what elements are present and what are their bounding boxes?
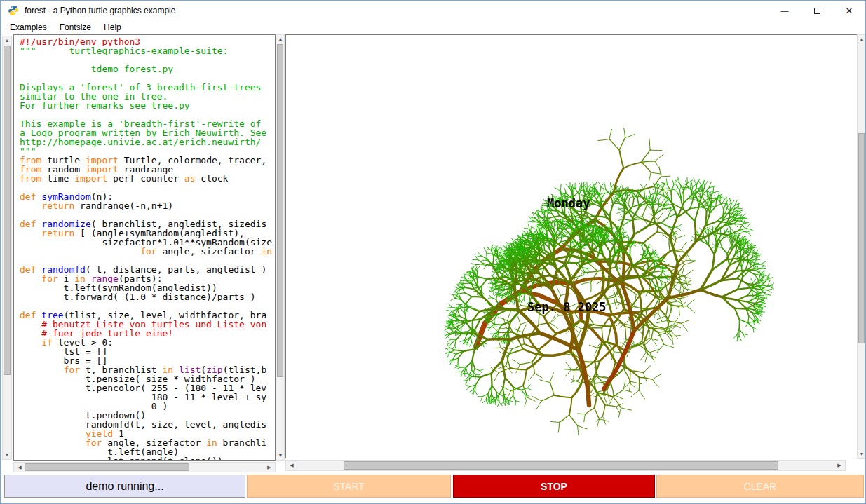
- scroll-left-icon[interactable]: ◀: [15, 463, 24, 472]
- text-vscrollbar[interactable]: ▲ ▼: [276, 34, 285, 461]
- code-line: t.left(symRandom(angledist)): [20, 283, 275, 292]
- code-line: def randomize( branchlist, angledist, si…: [20, 219, 275, 229]
- text-hscrollbar[interactable]: ◀ ▶: [13, 462, 276, 472]
- scroll-down-icon[interactable]: ▼: [276, 451, 285, 460]
- canvas-label-date: Sep. 8 2025: [527, 301, 607, 313]
- code-line: """: [20, 147, 275, 156]
- status-label: demo running...: [4, 475, 245, 498]
- scroll-left-icon[interactable]: ◀: [287, 461, 296, 470]
- scroll-up-icon[interactable]: ▲: [3, 36, 11, 45]
- code-line: http://homepage.univie.ac.at/erich.neuwi…: [20, 137, 275, 147]
- canvas-vscrollbar[interactable]: ▲ ▼: [857, 34, 866, 459]
- code-line: t.forward( (1.0 * distance)/parts ): [20, 292, 275, 301]
- code-line: [20, 301, 275, 311]
- code-line: For further remarks see tree.py: [20, 101, 275, 110]
- menu-help[interactable]: Help: [97, 21, 128, 34]
- scroll-down-icon[interactable]: ▼: [3, 451, 11, 459]
- code-line: [20, 256, 275, 265]
- app-window: forest - a Python turtle graphics exampl…: [0, 0, 866, 504]
- canvas-hscrollbar[interactable]: ◀ ▶: [285, 460, 846, 471]
- scroll-up-icon[interactable]: ▲: [276, 35, 285, 43]
- code-line: This example is a 'breadth-first'-rewrit…: [20, 119, 275, 128]
- code-line: def randomfd( t, distance, parts, angled…: [20, 265, 275, 274]
- code-line: t.pencolor( 255 - (180 - 11 * lev: [20, 383, 275, 393]
- code-line: for angle, sizefactor in: [20, 247, 275, 256]
- code-line: # fuer jede turtle eine!: [20, 329, 275, 338]
- canvas-label-weekday: Monday: [547, 198, 590, 210]
- maximize-icon: [814, 8, 820, 14]
- menu-examples[interactable]: Examples: [4, 21, 53, 34]
- scrollbar-thumb[interactable]: [277, 44, 283, 377]
- code-line: yield 1: [20, 429, 275, 438]
- start-button[interactable]: START: [247, 475, 451, 498]
- code-line: sizefactor*1.01**symRandom(size: [20, 238, 275, 247]
- code-line: for i in range(parts):: [20, 274, 275, 283]
- code-line: return [ (angle+symRandom(angledist),: [20, 229, 275, 238]
- code-line: """ turtlegraphics-example-suite:: [20, 46, 275, 55]
- code-line: [20, 74, 275, 83]
- title-bar: forest - a Python turtle graphics exampl…: [1, 1, 865, 20]
- code-line: def tree(tlist, size, level, widthfactor…: [20, 311, 275, 320]
- scrollbar-thumb[interactable]: [858, 133, 865, 343]
- code-line: tdemo_forest.py: [20, 64, 275, 74]
- scrollbar-thumb[interactable]: [4, 46, 11, 375]
- minimize-icon: —: [781, 6, 789, 15]
- code-line: similar to the one in tree.: [20, 92, 275, 101]
- code-editor[interactable]: #!/usr/bin/env python3""" turtlegraphics…: [13, 34, 276, 461]
- text-left-vscrollbar[interactable]: ▲ ▼: [2, 36, 12, 460]
- scroll-right-icon[interactable]: ▶: [835, 461, 844, 470]
- scroll-right-icon[interactable]: ▶: [265, 463, 273, 472]
- python-icon: [8, 5, 19, 16]
- code-line: # benutzt Liste von turtles und Liste vo…: [20, 320, 275, 329]
- code-line: from turtle import Turtle, colormode, tr…: [20, 156, 275, 165]
- code-line: [20, 183, 275, 192]
- minimize-button[interactable]: —: [769, 1, 801, 20]
- menu-bar: Examples Fontsize Help: [1, 20, 865, 34]
- code-line: randomfd(t, size, level, angledis: [20, 420, 275, 429]
- maximize-button[interactable]: [801, 1, 833, 20]
- stop-button[interactable]: STOP: [453, 475, 655, 498]
- code-line: lst.append(t.clone()): [20, 456, 275, 461]
- code-lines: #!/usr/bin/env python3""" turtlegraphics…: [20, 37, 275, 461]
- code-line: t.left(angle): [20, 447, 275, 456]
- clear-button[interactable]: CLEAR: [656, 475, 864, 498]
- window-title: forest - a Python turtle graphics exampl…: [25, 6, 175, 15]
- code-line: for t, branchlist in list(zip(tlist,b: [20, 365, 275, 374]
- scroll-up-icon[interactable]: ▲: [858, 35, 866, 43]
- close-icon: ✕: [846, 6, 853, 16]
- code-line: 180 - 11 * level + sy: [20, 393, 275, 402]
- code-line: from time import perf_counter as clock: [20, 174, 275, 183]
- code-line: #!/usr/bin/env python3: [20, 37, 275, 46]
- scroll-down-icon[interactable]: ▼: [858, 450, 866, 458]
- code-line: a Logo program written by Erich Neuwirth…: [20, 128, 275, 137]
- code-line: t.pensize( size * widthfactor ): [20, 374, 275, 383]
- menu-fontsize[interactable]: Fontsize: [53, 21, 97, 34]
- code-line: return randrange(-n,n+1): [20, 201, 275, 210]
- code-line: 0 ): [20, 402, 275, 411]
- code-line: [20, 210, 275, 219]
- scrollbar-thumb[interactable]: [25, 463, 189, 471]
- code-line: from random import randrange: [20, 165, 275, 174]
- code-line: brs = []: [20, 356, 275, 365]
- code-line: [20, 110, 275, 119]
- scrollbar-thumb[interactable]: [344, 461, 778, 470]
- turtle-canvas: [286, 35, 857, 458]
- code-line: Displays a 'forest' of 3 breadth-first-t…: [20, 83, 275, 92]
- code-line: for angle, sizefactor in branchli: [20, 438, 275, 447]
- close-button[interactable]: ✕: [833, 1, 865, 20]
- code-line: def symRandom(n):: [20, 192, 275, 201]
- code-line: [20, 55, 275, 64]
- code-line: if level > 0:: [20, 338, 275, 347]
- code-line: t.pendown(): [20, 411, 275, 420]
- turtle-canvas-panel: Monday Sep. 8 2025: [285, 34, 858, 458]
- code-line: lst = []: [20, 347, 275, 356]
